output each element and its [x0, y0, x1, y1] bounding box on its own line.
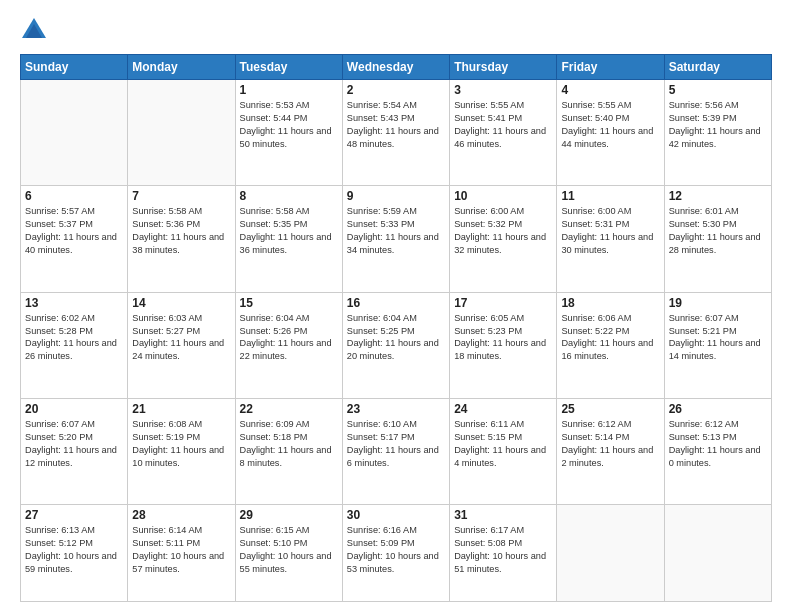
day-info: Sunrise: 6:16 AMSunset: 5:09 PMDaylight:…: [347, 524, 445, 576]
day-number: 19: [669, 296, 767, 310]
calendar-cell: 30Sunrise: 6:16 AMSunset: 5:09 PMDayligh…: [342, 505, 449, 602]
calendar-cell: [128, 80, 235, 186]
day-number: 28: [132, 508, 230, 522]
day-info: Sunrise: 6:07 AMSunset: 5:21 PMDaylight:…: [669, 312, 767, 364]
day-info: Sunrise: 6:07 AMSunset: 5:20 PMDaylight:…: [25, 418, 123, 470]
calendar-cell: 6Sunrise: 5:57 AMSunset: 5:37 PMDaylight…: [21, 186, 128, 292]
calendar-cell: [664, 505, 771, 602]
day-number: 3: [454, 83, 552, 97]
calendar-cell: 14Sunrise: 6:03 AMSunset: 5:27 PMDayligh…: [128, 292, 235, 398]
day-info: Sunrise: 6:12 AMSunset: 5:13 PMDaylight:…: [669, 418, 767, 470]
day-info: Sunrise: 6:00 AMSunset: 5:31 PMDaylight:…: [561, 205, 659, 257]
calendar-cell: [557, 505, 664, 602]
day-info: Sunrise: 6:04 AMSunset: 5:26 PMDaylight:…: [240, 312, 338, 364]
calendar-cell: 17Sunrise: 6:05 AMSunset: 5:23 PMDayligh…: [450, 292, 557, 398]
logo-icon: [20, 16, 48, 44]
calendar-cell: 15Sunrise: 6:04 AMSunset: 5:26 PMDayligh…: [235, 292, 342, 398]
calendar-week-1: 1Sunrise: 5:53 AMSunset: 5:44 PMDaylight…: [21, 80, 772, 186]
calendar-cell: 2Sunrise: 5:54 AMSunset: 5:43 PMDaylight…: [342, 80, 449, 186]
day-number: 24: [454, 402, 552, 416]
day-number: 7: [132, 189, 230, 203]
day-info: Sunrise: 5:55 AMSunset: 5:41 PMDaylight:…: [454, 99, 552, 151]
calendar-week-2: 6Sunrise: 5:57 AMSunset: 5:37 PMDaylight…: [21, 186, 772, 292]
day-number: 27: [25, 508, 123, 522]
calendar-cell: 28Sunrise: 6:14 AMSunset: 5:11 PMDayligh…: [128, 505, 235, 602]
day-info: Sunrise: 6:15 AMSunset: 5:10 PMDaylight:…: [240, 524, 338, 576]
weekday-header-tuesday: Tuesday: [235, 55, 342, 80]
day-number: 11: [561, 189, 659, 203]
calendar-cell: 3Sunrise: 5:55 AMSunset: 5:41 PMDaylight…: [450, 80, 557, 186]
day-number: 12: [669, 189, 767, 203]
day-number: 5: [669, 83, 767, 97]
calendar-cell: 18Sunrise: 6:06 AMSunset: 5:22 PMDayligh…: [557, 292, 664, 398]
calendar-cell: 10Sunrise: 6:00 AMSunset: 5:32 PMDayligh…: [450, 186, 557, 292]
day-number: 10: [454, 189, 552, 203]
calendar-cell: 4Sunrise: 5:55 AMSunset: 5:40 PMDaylight…: [557, 80, 664, 186]
day-number: 26: [669, 402, 767, 416]
day-number: 17: [454, 296, 552, 310]
weekday-header-saturday: Saturday: [664, 55, 771, 80]
header: [20, 16, 772, 44]
calendar-cell: 11Sunrise: 6:00 AMSunset: 5:31 PMDayligh…: [557, 186, 664, 292]
calendar-cell: 24Sunrise: 6:11 AMSunset: 5:15 PMDayligh…: [450, 399, 557, 505]
calendar-week-3: 13Sunrise: 6:02 AMSunset: 5:28 PMDayligh…: [21, 292, 772, 398]
day-number: 8: [240, 189, 338, 203]
calendar-cell: 19Sunrise: 6:07 AMSunset: 5:21 PMDayligh…: [664, 292, 771, 398]
weekday-header-thursday: Thursday: [450, 55, 557, 80]
day-number: 30: [347, 508, 445, 522]
page: SundayMondayTuesdayWednesdayThursdayFrid…: [0, 0, 792, 612]
weekday-header-friday: Friday: [557, 55, 664, 80]
day-info: Sunrise: 5:58 AMSunset: 5:36 PMDaylight:…: [132, 205, 230, 257]
day-number: 1: [240, 83, 338, 97]
day-info: Sunrise: 6:10 AMSunset: 5:17 PMDaylight:…: [347, 418, 445, 470]
day-info: Sunrise: 5:59 AMSunset: 5:33 PMDaylight:…: [347, 205, 445, 257]
calendar-cell: 21Sunrise: 6:08 AMSunset: 5:19 PMDayligh…: [128, 399, 235, 505]
day-number: 22: [240, 402, 338, 416]
day-info: Sunrise: 6:14 AMSunset: 5:11 PMDaylight:…: [132, 524, 230, 576]
day-info: Sunrise: 6:17 AMSunset: 5:08 PMDaylight:…: [454, 524, 552, 576]
day-number: 4: [561, 83, 659, 97]
calendar-cell: [21, 80, 128, 186]
day-number: 21: [132, 402, 230, 416]
day-info: Sunrise: 6:05 AMSunset: 5:23 PMDaylight:…: [454, 312, 552, 364]
calendar-table: SundayMondayTuesdayWednesdayThursdayFrid…: [20, 54, 772, 602]
day-number: 18: [561, 296, 659, 310]
calendar-cell: 22Sunrise: 6:09 AMSunset: 5:18 PMDayligh…: [235, 399, 342, 505]
calendar-cell: 7Sunrise: 5:58 AMSunset: 5:36 PMDaylight…: [128, 186, 235, 292]
day-info: Sunrise: 5:54 AMSunset: 5:43 PMDaylight:…: [347, 99, 445, 151]
day-number: 14: [132, 296, 230, 310]
logo: [20, 16, 52, 44]
calendar-cell: 5Sunrise: 5:56 AMSunset: 5:39 PMDaylight…: [664, 80, 771, 186]
day-number: 31: [454, 508, 552, 522]
day-number: 2: [347, 83, 445, 97]
calendar-week-4: 20Sunrise: 6:07 AMSunset: 5:20 PMDayligh…: [21, 399, 772, 505]
day-info: Sunrise: 6:00 AMSunset: 5:32 PMDaylight:…: [454, 205, 552, 257]
day-number: 15: [240, 296, 338, 310]
calendar-cell: 20Sunrise: 6:07 AMSunset: 5:20 PMDayligh…: [21, 399, 128, 505]
day-number: 25: [561, 402, 659, 416]
calendar-cell: 23Sunrise: 6:10 AMSunset: 5:17 PMDayligh…: [342, 399, 449, 505]
day-info: Sunrise: 6:01 AMSunset: 5:30 PMDaylight:…: [669, 205, 767, 257]
day-number: 13: [25, 296, 123, 310]
calendar-cell: 12Sunrise: 6:01 AMSunset: 5:30 PMDayligh…: [664, 186, 771, 292]
day-number: 29: [240, 508, 338, 522]
calendar-cell: 9Sunrise: 5:59 AMSunset: 5:33 PMDaylight…: [342, 186, 449, 292]
calendar-cell: 1Sunrise: 5:53 AMSunset: 5:44 PMDaylight…: [235, 80, 342, 186]
calendar-cell: 31Sunrise: 6:17 AMSunset: 5:08 PMDayligh…: [450, 505, 557, 602]
day-info: Sunrise: 6:02 AMSunset: 5:28 PMDaylight:…: [25, 312, 123, 364]
weekday-header-monday: Monday: [128, 55, 235, 80]
day-info: Sunrise: 5:57 AMSunset: 5:37 PMDaylight:…: [25, 205, 123, 257]
weekday-header-wednesday: Wednesday: [342, 55, 449, 80]
calendar-cell: 26Sunrise: 6:12 AMSunset: 5:13 PMDayligh…: [664, 399, 771, 505]
day-info: Sunrise: 5:58 AMSunset: 5:35 PMDaylight:…: [240, 205, 338, 257]
day-number: 23: [347, 402, 445, 416]
weekday-header-row: SundayMondayTuesdayWednesdayThursdayFrid…: [21, 55, 772, 80]
day-info: Sunrise: 6:13 AMSunset: 5:12 PMDaylight:…: [25, 524, 123, 576]
day-info: Sunrise: 6:11 AMSunset: 5:15 PMDaylight:…: [454, 418, 552, 470]
day-info: Sunrise: 5:56 AMSunset: 5:39 PMDaylight:…: [669, 99, 767, 151]
day-info: Sunrise: 6:06 AMSunset: 5:22 PMDaylight:…: [561, 312, 659, 364]
calendar-cell: 8Sunrise: 5:58 AMSunset: 5:35 PMDaylight…: [235, 186, 342, 292]
weekday-header-sunday: Sunday: [21, 55, 128, 80]
day-number: 20: [25, 402, 123, 416]
day-info: Sunrise: 6:04 AMSunset: 5:25 PMDaylight:…: [347, 312, 445, 364]
